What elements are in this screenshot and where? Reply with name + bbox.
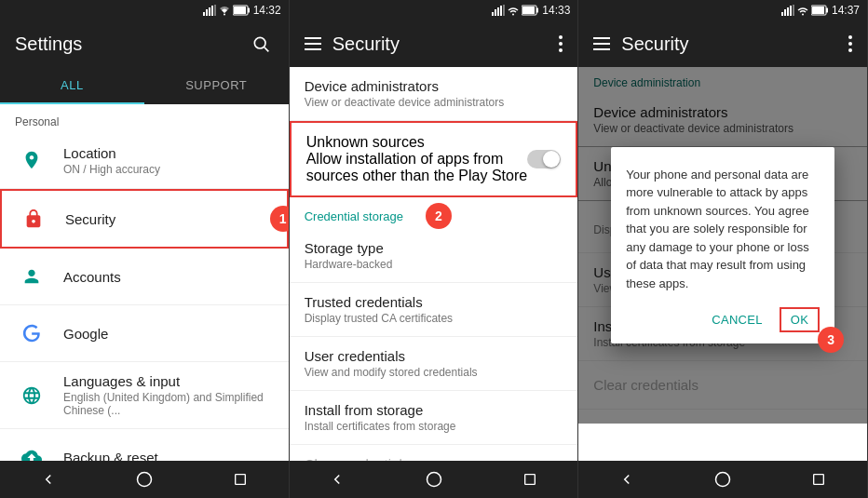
- google-title: Google: [63, 326, 274, 342]
- personal-header: Personal: [0, 104, 289, 132]
- status-icons-2: [492, 5, 538, 16]
- trusted-credentials-title: Trusted credentials: [305, 294, 563, 310]
- status-bar-1: 14:32: [0, 0, 289, 20]
- lock-icon: [17, 202, 50, 236]
- unknown-sources-toggle[interactable]: [527, 150, 561, 168]
- backup-icon: [15, 440, 48, 461]
- battery-icon-2: [522, 5, 538, 16]
- accounts-icon: [15, 260, 48, 293]
- svg-rect-15: [497, 7, 499, 16]
- install-storage-subtitle: Install certificates from storage: [305, 420, 563, 433]
- location-item[interactable]: Location ON / High accuracy: [0, 132, 289, 189]
- tab-all[interactable]: ALL: [0, 67, 144, 104]
- svg-line-10: [264, 47, 268, 52]
- backup-title: Backup & reset: [63, 450, 274, 462]
- battery-icon-3: [811, 5, 828, 16]
- user-credentials-item[interactable]: User credentials View and modify stored …: [290, 337, 578, 391]
- tabs: ALL SUPPORT: [0, 67, 289, 104]
- clear-credentials-item: Clear credentials Remove all certificate…: [290, 445, 578, 461]
- unknown-sources-subtitle: Allow installation of apps from sources …: [306, 151, 528, 184]
- svg-rect-8: [234, 7, 246, 14]
- security-title: Security: [65, 211, 272, 227]
- panel-security: 14:33 Security Device administrators Vie…: [290, 0, 579, 498]
- svg-rect-24: [781, 12, 783, 16]
- overflow-menu-3[interactable]: [848, 35, 852, 52]
- home-button-2[interactable]: [415, 461, 453, 498]
- security-content: Device administrators View or deactivate…: [290, 67, 578, 461]
- overflow-menu-2[interactable]: [559, 35, 563, 52]
- app-bar-1: Settings: [0, 20, 289, 67]
- location-text: Location ON / High accuracy: [63, 145, 274, 176]
- svg-rect-21: [522, 7, 535, 14]
- recents-button-1[interactable]: [222, 461, 259, 498]
- battery-icon: [233, 5, 250, 16]
- app-bar-2: Security: [290, 20, 578, 67]
- languages-item[interactable]: Languages & input English (United Kingdo…: [0, 362, 289, 429]
- back-button-1[interactable]: [30, 461, 67, 498]
- svg-rect-27: [790, 6, 792, 16]
- home-button-1[interactable]: [126, 461, 163, 498]
- install-storage-item[interactable]: Install from storage Install certificate…: [290, 391, 578, 445]
- google-text: Google: [63, 326, 274, 342]
- svg-rect-2: [209, 7, 210, 16]
- storage-type-subtitle: Hardware-backed: [305, 258, 563, 271]
- home-button-3[interactable]: [704, 461, 741, 498]
- security-item[interactable]: Security 1: [0, 189, 289, 249]
- svg-point-5: [224, 14, 225, 16]
- location-subtitle: ON / High accuracy: [63, 163, 274, 176]
- svg-rect-3: [211, 6, 213, 16]
- accounts-title: Accounts: [63, 269, 274, 285]
- install-storage-title: Install from storage: [305, 402, 563, 418]
- storage-type-item[interactable]: Storage type Hardware-backed: [290, 229, 578, 283]
- hamburger-menu-3[interactable]: [593, 37, 610, 50]
- signal-icon-3: [781, 5, 794, 16]
- back-button-3[interactable]: [608, 461, 645, 498]
- status-bar-2: 14:33: [290, 0, 578, 20]
- search-button[interactable]: [248, 31, 274, 57]
- languages-subtitle: English (United Kingdom) and Simplified …: [63, 391, 274, 417]
- trusted-credentials-item[interactable]: Trusted credentials Display trusted CA c…: [290, 283, 578, 337]
- user-credentials-title: User credentials: [305, 348, 563, 364]
- device-admin-item[interactable]: Device administrators View or deactivate…: [290, 67, 578, 121]
- nav-bar-2: [290, 461, 578, 498]
- security-text: Security: [65, 211, 272, 227]
- svg-point-9: [254, 37, 265, 48]
- languages-title: Languages & input: [63, 373, 274, 389]
- backup-item[interactable]: Backup & reset: [0, 429, 289, 461]
- hamburger-menu-2[interactable]: [305, 37, 321, 50]
- accounts-item[interactable]: Accounts: [0, 249, 289, 305]
- status-icons-3: [781, 5, 828, 16]
- svg-rect-1: [206, 9, 208, 16]
- unknown-sources-item[interactable]: Unknown sources Allow installation of ap…: [290, 121, 578, 197]
- app-title-1: Settings: [15, 34, 237, 55]
- time-3: 14:37: [832, 4, 860, 17]
- wifi-icon: [219, 5, 230, 16]
- unknown-sources-title: Unknown sources: [306, 134, 528, 151]
- step-badge-3: 3: [818, 327, 844, 353]
- time-2: 14:33: [542, 4, 570, 17]
- device-admin-subtitle: View or deactivate device administrators: [305, 96, 563, 109]
- svg-point-18: [512, 14, 514, 16]
- svg-rect-34: [814, 475, 824, 485]
- status-icons-1: [203, 5, 250, 16]
- nav-bar-1: [0, 461, 289, 498]
- app-title-3: Security: [621, 34, 837, 55]
- svg-point-33: [716, 473, 730, 487]
- unknown-sources-dialog: Your phone and personal data are more vu…: [611, 147, 834, 344]
- svg-rect-26: [787, 7, 789, 16]
- dialog-ok-button[interactable]: OK: [780, 307, 820, 332]
- recents-button-2[interactable]: [511, 461, 549, 498]
- recents-button-3[interactable]: [800, 461, 837, 498]
- svg-rect-28: [793, 5, 794, 16]
- svg-rect-17: [503, 5, 505, 16]
- dialog-cancel-button[interactable]: CANCEL: [702, 307, 772, 332]
- dialog-text: Your phone and personal data are more vu…: [626, 166, 820, 293]
- svg-rect-12: [236, 475, 246, 485]
- back-button-2[interactable]: [319, 461, 356, 498]
- dialog-buttons: CANCEL OK: [626, 307, 820, 332]
- tab-support[interactable]: SUPPORT: [144, 67, 289, 104]
- backup-text: Backup & reset: [63, 450, 274, 462]
- google-item[interactable]: Google: [0, 305, 289, 362]
- app-bar-3: Security: [578, 20, 867, 67]
- svg-rect-16: [500, 6, 502, 16]
